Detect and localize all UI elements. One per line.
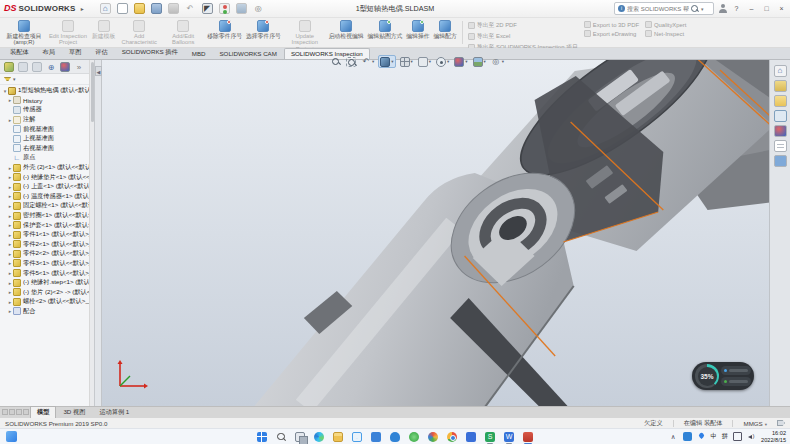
save-icon[interactable] <box>151 3 162 14</box>
export-item[interactable]: Export eDrawing <box>584 30 639 37</box>
appearances-pane-icon[interactable] <box>774 125 787 137</box>
tree-item-4[interactable]: 上视基准面 <box>0 134 94 144</box>
tree-item-22[interactable]: ▸配合 <box>0 307 94 317</box>
screen-recorder-widget[interactable]: 35% <box>692 362 754 390</box>
tree-item-6[interactable]: ∟原点 <box>0 153 94 163</box>
pane-split-icon[interactable] <box>2 409 8 415</box>
ribbon-tab-4[interactable]: SOLIDWORKS 插件 <box>115 46 185 59</box>
widgets-icon[interactable] <box>6 431 17 442</box>
export-item[interactable]: Export to 3D PDF <box>584 21 639 28</box>
new-document-icon[interactable] <box>117 3 128 14</box>
tree-item-8[interactable]: ▸(-) 绝缘垫片<1> (默认<<默认>_显 <box>0 172 94 182</box>
taskbar-search-icon[interactable] <box>276 432 286 442</box>
widget-button-top[interactable] <box>721 366 751 375</box>
tag-icon[interactable] <box>777 420 785 426</box>
tree-item-15[interactable]: ▸零件2<1> (默认<<默认>_显示状 <box>0 240 94 250</box>
ribbon-button-6[interactable]: 选择零件序号 <box>244 19 283 46</box>
dimxpertmanager-icon[interactable]: ⊕ <box>46 62 56 72</box>
ribbon-button-10[interactable]: 编辑操作 <box>404 19 431 46</box>
tree-item-18[interactable]: ▸零件5<1> (默认<<默认>_显示状 <box>0 268 94 278</box>
dropdown-caret-icon[interactable]: ▾ <box>484 59 486 64</box>
tree-item-11[interactable]: ▸固定螺栓<1> (默认<<默认>_显示 <box>0 201 94 211</box>
tree-item-2[interactable]: ▸注解 <box>0 115 94 125</box>
ribbon-button-7[interactable]: Update Inspection Project <box>283 19 327 46</box>
doc-tab-2[interactable]: 运动算例 1 <box>92 406 136 419</box>
tree-item-3[interactable]: 前视基准面 <box>0 124 94 134</box>
hide-show-items-icon-button[interactable]: ▾ <box>435 55 450 68</box>
file-explorer-pane-icon[interactable] <box>774 95 787 107</box>
tree-item-7[interactable]: ▸外壳 (2)<1> (默认<<默认>_显示状 <box>0 163 94 173</box>
zoom-fit-icon-button[interactable] <box>330 55 342 68</box>
ribbon-tab-5[interactable]: MBD <box>185 48 213 59</box>
chrome-icon[interactable] <box>447 432 457 442</box>
tree-root-item[interactable]: ▾1型短轴热电偶 (默认<默认_显示状态-1 <box>0 86 94 96</box>
tree-item-16[interactable]: ▸零件2<2> (默认<<默认>_显示状 <box>0 249 94 259</box>
ribbon-button-0[interactable]: 新建检查项目(amp;R) <box>2 19 46 46</box>
tree-item-19[interactable]: ▸(-) 绝缘衬.step<1> (默认<<默认>_ <box>0 278 94 288</box>
collapse-panel-icon[interactable]: ◀ <box>95 66 102 76</box>
account-icon[interactable] <box>718 4 727 13</box>
resources-home-icon[interactable]: ⌂ <box>774 65 787 77</box>
cast-icon[interactable] <box>733 432 742 441</box>
panel-splitter[interactable]: ◀ <box>95 60 102 406</box>
widget-button-bottom[interactable] <box>721 377 751 386</box>
tree-scrollbar[interactable] <box>89 60 94 406</box>
previous-view-icon-button[interactable]: ↶▾ <box>360 55 375 68</box>
edit-appearance-icon-button[interactable]: ▾ <box>453 55 468 68</box>
open-icon[interactable] <box>134 3 145 14</box>
pane-split-icon[interactable] <box>16 409 22 415</box>
ribbon-tab-0[interactable]: 装配体 <box>3 46 36 59</box>
logo-expand-icon[interactable]: ▸ <box>81 5 84 12</box>
app-blue-icon[interactable] <box>466 432 476 442</box>
ribbon-button-8[interactable]: 启动检视编辑 <box>327 19 366 46</box>
units-selector[interactable]: MMGS▾ <box>743 420 767 427</box>
volume-icon[interactable] <box>747 432 756 441</box>
tree-item-0[interactable]: ▸History <box>0 96 94 106</box>
print-icon[interactable] <box>168 3 179 14</box>
edge-icon[interactable] <box>314 432 324 442</box>
dropdown-caret-icon[interactable]: ▾ <box>391 59 393 64</box>
dropdown-caret-icon[interactable]: ▾ <box>447 59 449 64</box>
maximize-button[interactable]: □ <box>761 2 772 16</box>
tree-filter-bar[interactable]: ▾ <box>0 74 94 85</box>
propertymanager-icon[interactable] <box>18 62 28 72</box>
view-orientation-icon-button[interactable]: ▾ <box>399 55 414 68</box>
ribbon-button-2[interactable]: 新建模板 <box>90 19 117 46</box>
solidworks-taskbar-icon[interactable] <box>523 432 533 442</box>
ribbon-tab-2[interactable]: 草图 <box>62 46 88 59</box>
tree-item-12[interactable]: ▸密封圈<1> (默认<<默认>_显示状 <box>0 211 94 221</box>
custom-properties-icon[interactable] <box>774 140 787 152</box>
ime-indicator[interactable]: 中 <box>711 432 717 441</box>
zoom-area-icon-button[interactable] <box>345 55 357 68</box>
section-view-icon-button[interactable]: ▾ <box>378 55 395 68</box>
view-palette-icon[interactable] <box>774 110 787 122</box>
tree-item-1[interactable]: 传感器 <box>0 105 94 115</box>
home-icon[interactable]: ⌂ <box>100 3 111 14</box>
search-input[interactable] <box>627 6 689 12</box>
taskbar-start-icon[interactable] <box>257 432 267 442</box>
doc-tab-1[interactable]: 3D 视图 <box>56 406 92 419</box>
close-button[interactable]: × <box>776 2 787 16</box>
tree-item-17[interactable]: ▸零件3<1> (默认<<默认>_显示状 <box>0 259 94 269</box>
pane-split-icon[interactable] <box>23 409 29 415</box>
tree-item-13[interactable]: ▸保护套<1> (默认<<默认>_显示状 <box>0 220 94 230</box>
tree-item-5[interactable]: 右视基准面 <box>0 144 94 154</box>
app-green-icon[interactable] <box>409 432 419 442</box>
select-cursor-icon[interactable]: ◤ <box>202 3 213 14</box>
help-button[interactable]: ? <box>731 2 742 16</box>
export-item[interactable]: 导出至 Excel <box>468 32 578 41</box>
display-settings-icon[interactable] <box>236 3 247 14</box>
export-item[interactable]: 导出至 2D PDF <box>468 21 578 30</box>
ribbon-button-3[interactable]: Add Characteristic <box>117 19 161 46</box>
rebuild-icon[interactable] <box>219 3 230 14</box>
tray-chevron-icon[interactable]: ∧ <box>669 432 678 441</box>
ribbon-button-4[interactable]: Add/Edit Balloons <box>161 19 205 46</box>
tray-onedrive-icon[interactable] <box>683 432 692 441</box>
dropdown-caret-icon[interactable]: ▾ <box>372 59 374 64</box>
task-view-icon[interactable] <box>295 432 305 442</box>
tree-item-9[interactable]: ▸(-) 上盖<1> (默认<<默认>_显示状 <box>0 182 94 192</box>
ribbon-button-1[interactable]: Edit Inspection Project <box>46 19 90 46</box>
store-icon[interactable] <box>371 432 381 442</box>
dropdown-caret-icon[interactable]: ▾ <box>465 59 467 64</box>
tree-scrollbar-thumb[interactable] <box>91 62 95 122</box>
